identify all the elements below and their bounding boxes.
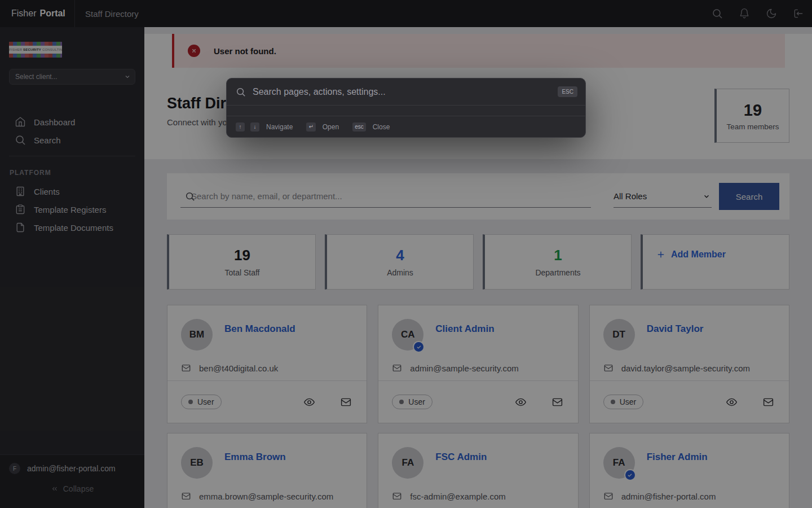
command-palette-input[interactable] <box>253 87 558 97</box>
dim-overlay[interactable] <box>0 0 812 508</box>
open-hint-label: Open <box>323 123 339 131</box>
arrow-up-key-icon: ↑ <box>236 122 245 132</box>
command-palette: ESC ↑ ↓ Navigate ↵ Open esc Close <box>226 78 586 138</box>
close-hint-label: Close <box>373 123 390 131</box>
arrow-down-key-icon: ↓ <box>250 122 259 132</box>
esc-key-badge[interactable]: ESC <box>558 86 577 97</box>
command-palette-results <box>227 106 585 116</box>
search-icon <box>236 87 246 97</box>
enter-key-icon: ↵ <box>306 122 315 132</box>
navigate-hint-label: Navigate <box>266 123 293 131</box>
command-palette-hints: ↑ ↓ Navigate ↵ Open esc Close <box>227 116 585 137</box>
esc-key-icon: esc <box>352 122 366 132</box>
